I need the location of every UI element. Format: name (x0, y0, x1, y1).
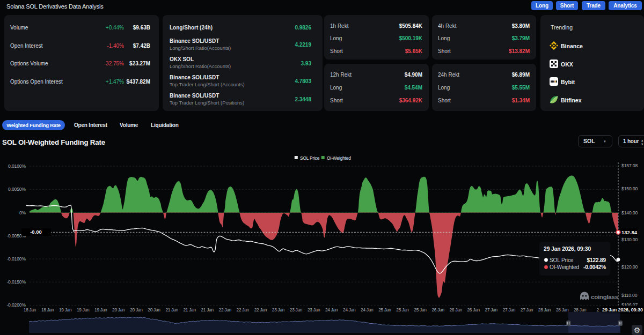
svg-text:21 Jan: 21 Jan (165, 307, 178, 312)
svg-text:23 Jan: 23 Jan (308, 307, 320, 312)
svg-text:23 Jan: 23 Jan (290, 307, 303, 312)
svg-text:27 Jan: 27 Jan (485, 307, 498, 312)
svg-text:$122.89: $122.89 (587, 257, 606, 263)
svg-text:-0.00: -0.00 (30, 229, 42, 235)
svg-text:-0.0150%: -0.0150% (6, 279, 26, 285)
svg-text:18 Jan: 18 Jan (24, 307, 36, 312)
svg-text:20 Jan: 20 Jan (112, 307, 125, 312)
svg-text:⚙: ⚙ (634, 326, 641, 334)
svg-text:0.0050%: 0.0050% (8, 187, 26, 192)
svg-text:$110.00: $110.00 (621, 293, 638, 298)
svg-text:0.0100%: 0.0100% (8, 163, 26, 169)
svg-text:22 Jan: 22 Jan (219, 307, 232, 312)
svg-text:$140.00: $140.00 (621, 210, 638, 215)
svg-text:28 Jan: 28 Jan (538, 307, 551, 312)
svg-text:27 Jan: 27 Jan (521, 307, 533, 312)
svg-text:25 Jan: 25 Jan (378, 307, 391, 312)
svg-text:18 Jan: 18 Jan (41, 307, 54, 312)
svg-text:26 Jan: 26 Jan (431, 307, 444, 312)
svg-text:$120.00: $120.00 (621, 264, 638, 270)
svg-text:28 Jan: 28 Jan (556, 307, 569, 312)
svg-text:25 Jan: 25 Jan (396, 307, 409, 312)
svg-text:26 Jan: 26 Jan (467, 307, 480, 312)
svg-text:21 Jan: 21 Jan (201, 307, 214, 312)
svg-text:-0.0042%: -0.0042% (583, 264, 606, 270)
svg-text:2: 2 (597, 307, 599, 312)
svg-text:$150.00: $150.00 (621, 186, 638, 191)
svg-text:19 Jan: 19 Jan (94, 307, 107, 312)
svg-text:24 Jan: 24 Jan (325, 307, 338, 312)
svg-text:26 Jan: 26 Jan (449, 307, 462, 312)
svg-text:29 Jan 2026, 09:30: 29 Jan 2026, 09:30 (602, 307, 643, 312)
svg-text:OI-Weighted: OI-Weighted (327, 155, 351, 161)
svg-text:$130.00: $130.00 (621, 237, 638, 242)
svg-text:29 Jan 2026, 09:30: 29 Jan 2026, 09:30 (544, 246, 591, 252)
svg-text:19 Jan: 19 Jan (59, 307, 72, 312)
svg-text:0%: 0% (19, 210, 26, 215)
svg-text:-0.0100%: -0.0100% (6, 256, 26, 262)
svg-text:SOL Price: SOL Price (550, 257, 574, 263)
svg-text:28 Jan: 28 Jan (574, 307, 587, 312)
svg-text:25 Jan: 25 Jan (414, 307, 427, 312)
svg-text:24 Jan: 24 Jan (361, 307, 374, 312)
svg-text:22 Jan: 22 Jan (254, 307, 267, 312)
svg-text:27 Jan: 27 Jan (503, 307, 516, 312)
svg-text:23 Jan: 23 Jan (272, 307, 285, 312)
svg-text:22 Jan: 22 Jan (237, 307, 250, 312)
svg-text:SOL Price: SOL Price (300, 155, 320, 161)
svg-text:21 Jan: 21 Jan (183, 307, 196, 312)
svg-text:20 Jan: 20 Jan (148, 307, 160, 312)
svg-text:OI-Weighted: OI-Weighted (550, 264, 579, 270)
svg-text:$157.08: $157.08 (621, 163, 638, 168)
svg-text:24 Jan: 24 Jan (343, 307, 356, 312)
svg-text:20 Jan: 20 Jan (130, 307, 143, 312)
svg-text:132.84: 132.84 (621, 229, 638, 235)
svg-text:19 Jan: 19 Jan (77, 307, 90, 312)
svg-text:coinglass: coinglass (591, 293, 618, 300)
